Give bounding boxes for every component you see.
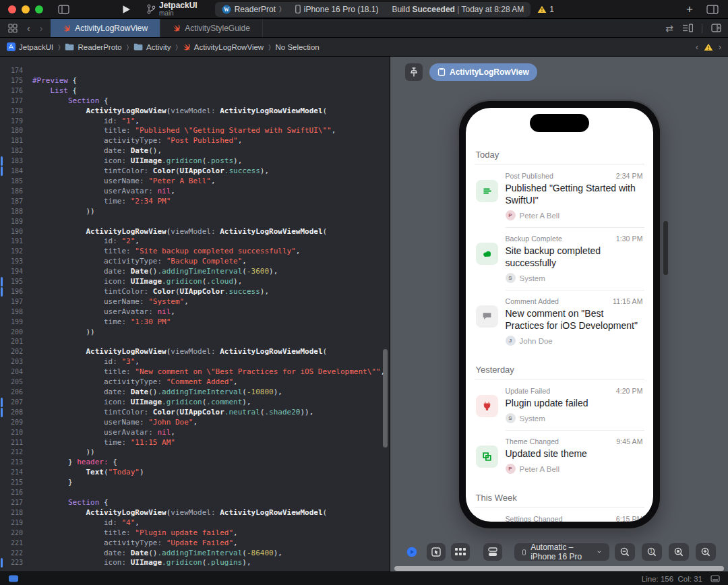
code-line[interactable]: 176 List { [0,86,390,96]
breadcrumb-item-no selection[interactable]: No Selection [276,43,320,51]
selectable-mode-button[interactable] [427,543,446,561]
code-line[interactable]: 181 activityType: "Post Published", [0,136,390,146]
add-editor-icon[interactable] [711,24,721,32]
code-line[interactable]: 182 date: Date(), [0,146,390,156]
editor-focus-icon[interactable] [710,575,720,582]
code-line[interactable]: 180 title: "Published \"Getting Started … [0,126,390,136]
editor-layout-icon[interactable] [706,5,719,14]
adjust-editor-options-icon[interactable] [682,24,693,32]
device-settings-button[interactable] [483,543,502,561]
activity-row[interactable]: Comment Added11:15 AMNew comment on "Bes… [475,290,644,352]
go-back-icon[interactable]: ‹ [27,23,30,34]
code-line[interactable]: 215 } [0,478,390,488]
scheme-button[interactable]: W ReaderProt 〉 [215,2,289,17]
code-line[interactable]: 177 Section { [0,96,390,106]
code-line[interactable]: 210 userAvatar: nil, [0,428,390,438]
code-line[interactable]: 191 id: "2", [0,237,390,247]
code-line[interactable]: 205 activityType: "Comment Added", [0,377,390,388]
breakpoints-toggle-icon[interactable] [7,575,20,582]
breadcrumb-item-activity[interactable]: Activity [133,43,171,51]
minimize-window-button[interactable] [22,5,30,13]
code-line[interactable]: 208 tintColor: Color(UIAppColor.neutral(… [0,408,390,418]
live-preview-button[interactable] [402,543,421,561]
code-line[interactable]: 188 )) [0,207,390,217]
code-line[interactable]: 179 id: "1", [0,117,390,127]
code-line[interactable]: 203 id: "3", [0,357,390,367]
pin-preview-button[interactable] [405,63,423,81]
zoom-to-fit-button[interactable] [669,543,689,561]
code-line[interactable]: 220 title: "Plugin update failed", [0,528,390,538]
code-line[interactable]: 195 icon: UIImage.gridicon(.cloud), [0,277,390,287]
code-line[interactable]: 221 activityType: "Update Failed", [0,538,390,549]
code-line[interactable]: 202 ActivityLogRowView(viewModel: Activi… [0,347,390,357]
code-line[interactable]: 199 time: "1:30 PM" [0,317,390,328]
navigator-toggle-icon[interactable] [58,5,69,14]
code-line[interactable]: 194 date: Date().addingTimeInterval(-360… [0,267,390,277]
code-line[interactable]: 190 ActivityLogRowView(viewModel: Activi… [0,227,390,237]
device-selector-dropdown[interactable]: Automatic – iPhone 16 Pro [514,543,609,561]
code-line[interactable]: 193 activityType: "Backup Complete", [0,257,390,267]
code-line[interactable]: 198 userAvatar: nil, [0,307,390,317]
code-review-icon[interactable]: ⇄ [665,23,673,34]
activity-row[interactable]: Theme Changed9:45 AMUpdated site themePP… [475,430,644,481]
code-line[interactable]: 189 [0,217,390,227]
code-line[interactable]: 184 tintColor: Color(UIAppColor.success)… [0,166,390,177]
destination-button[interactable]: iPhone 16 Pro (18.1) [289,2,386,17]
breadcrumb-item-jetpackui[interactable]: JetpackUI [7,42,53,51]
code-line[interactable]: 186 userAvatar: nil, [0,187,390,197]
code-line[interactable]: 174 [0,66,390,76]
code-line[interactable]: 200 )) [0,328,390,338]
code-line[interactable]: 209 userName: "John Doe", [0,418,390,428]
code-line[interactable]: 214 Text("Today") [0,468,390,478]
canvas-scrollbar[interactable] [663,221,668,275]
tab-overview-icon[interactable] [8,24,18,33]
code-line[interactable]: 178 ActivityLogRowView(viewModel: Activi… [0,106,390,117]
zoom-100-button[interactable]: 1 [642,543,662,561]
previous-issue-icon[interactable]: ‹ [696,42,698,52]
next-issue-icon[interactable]: › [719,42,721,52]
code-line[interactable]: 206 date: Date().addingTimeInterval(-108… [0,388,390,398]
editor-scrollbar[interactable] [383,349,388,448]
code-line[interactable]: 175#Preview { [0,76,390,86]
source-editor[interactable]: 174175#Preview {176 List {177 Section {1… [0,57,390,572]
code-line[interactable]: 185 userName: "Peter A Bell", [0,177,390,187]
run-button[interactable] [122,5,131,14]
activity-row[interactable]: Backup Complete1:30 PMSite backup comple… [475,227,644,290]
code-line[interactable]: 216 [0,488,390,498]
code-line[interactable]: 183 icon: UIImage.gridicon(.posts), [0,156,390,166]
code-line[interactable]: 211 time: "11:15 AM" [0,438,390,448]
tab-activitylogrowview[interactable]: ActivityLogRowView [51,19,160,37]
canvas-horizontal-scrollbar[interactable] [394,566,724,571]
code-line[interactable]: 212 )) [0,448,390,458]
code-line[interactable]: 187 time: "2:34 PM" [0,197,390,207]
variants-mode-button[interactable] [451,543,470,561]
activity-status[interactable]: Build Succeeded | Today at 8:28 AM [386,2,531,17]
activity-row[interactable]: Post Published2:34 PMPublished "Getting … [475,164,644,227]
code-line[interactable]: 218 ActivityLogRowView(viewModel: Activi… [0,508,390,518]
zoom-window-button[interactable] [35,5,43,13]
add-tab-icon[interactable]: + [686,3,693,16]
zoom-out-button[interactable] [615,543,635,561]
activity-row[interactable]: Update Failed4:20 PMPlugin update failed… [475,379,644,430]
issue-warning-icon[interactable] [704,43,713,51]
code-line[interactable]: 223 icon: UIImage.gridicon(.plugins), [0,558,390,568]
code-line[interactable]: 219 id: "4", [0,518,390,528]
breadcrumb-item-activitylogrowview[interactable]: ActivityLogRowView [183,43,264,51]
close-window-button[interactable] [8,5,16,13]
go-forward-icon[interactable]: › [40,23,43,34]
code-line[interactable]: 196 tintColor: Color(UIAppColor.success)… [0,287,390,297]
code-line[interactable]: 207 icon: UIImage.gridicon(.comment), [0,398,390,408]
preview-tab[interactable]: ActivityLogRowView [429,63,537,81]
code-line[interactable]: 213 } header: { [0,458,390,468]
code-line[interactable]: 222 date: Date().addingTimeInterval(-864… [0,549,390,559]
tab-activitystyleguide[interactable]: ActivityStyleGuide [160,19,263,37]
code-line[interactable]: 192 title: "Site backup completed succes… [0,247,390,257]
code-line[interactable]: 201 [0,337,390,347]
zoom-in-button[interactable] [696,543,716,561]
code-line[interactable]: 217 Section { [0,498,390,508]
warning-count-badge[interactable]: 1 [537,5,554,14]
breadcrumb-item-readerproto[interactable]: ReaderProto [65,43,121,51]
code-line[interactable]: 197 userName: "System", [0,297,390,307]
activity-row[interactable]: Settings Changed6:15 PMEnabled Jetpack S… [475,507,644,522]
code-line[interactable]: 204 title: "New comment on \"Best Practi… [0,367,390,377]
